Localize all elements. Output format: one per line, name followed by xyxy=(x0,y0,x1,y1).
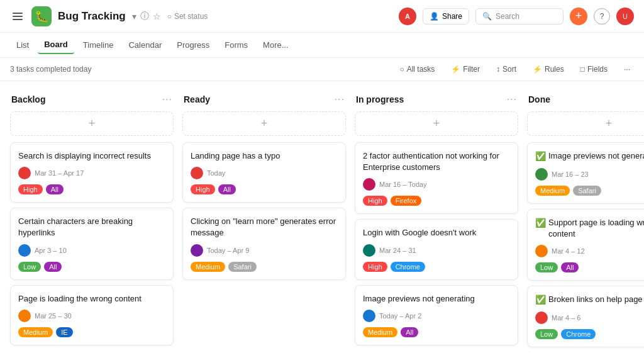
card-tags: LowAll xyxy=(18,262,165,272)
tag-low: Low xyxy=(18,262,41,272)
column-menu-button[interactable]: ··· xyxy=(335,94,345,105)
tag-all: All xyxy=(44,262,62,272)
user-avatar[interactable]: U xyxy=(616,8,634,25)
add-card-button[interactable]: + xyxy=(355,111,518,136)
column-menu-button[interactable]: ··· xyxy=(507,94,517,105)
sub-nav: List Board Timeline Calendar Progress Fo… xyxy=(0,33,644,58)
star-icon[interactable]: ☆ xyxy=(153,11,161,21)
column-done: Done ··· + ✅ Image previews not generati… xyxy=(527,91,644,341)
tag-medium: Medium xyxy=(191,262,225,272)
filter-icon: ⚡ xyxy=(451,65,460,74)
add-card-button[interactable]: + xyxy=(10,111,174,136)
card-title: Page is loading the wrong content xyxy=(18,293,165,305)
sort-icon: ↕ xyxy=(496,65,500,74)
card[interactable]: Certain characters are breaking hyperlin… xyxy=(10,208,174,279)
tag-all: All xyxy=(46,184,64,194)
column-title: In progress xyxy=(356,94,404,104)
card-avatar xyxy=(18,310,31,322)
share-button[interactable]: 👤 Share xyxy=(423,8,469,25)
card-avatar xyxy=(18,167,31,179)
sort-button[interactable]: ↕ Sort xyxy=(492,63,520,76)
tag-low: Low xyxy=(535,329,558,339)
card[interactable]: 2 factor authentication not working for … xyxy=(355,142,518,214)
chevron-down-icon[interactable]: ▾ xyxy=(132,11,136,21)
card-title: 2 factor authentication not working for … xyxy=(363,150,510,173)
card-title: ✅ Image previews not generating xyxy=(535,150,644,163)
card-title: Clicking on "learn more" generates error… xyxy=(191,216,338,238)
card[interactable]: ✅ Broken links on help page Mar 4 – 6 Lo… xyxy=(527,286,644,347)
rules-button[interactable]: ⚡ Rules xyxy=(529,63,568,76)
tag-all: All xyxy=(401,327,418,337)
card[interactable]: Landing page has a typo Today HighAll xyxy=(182,142,346,203)
info-icon[interactable]: ⓘ xyxy=(140,11,149,22)
board: Backlog ··· + Search is displaying incor… xyxy=(0,81,644,351)
card-title: ✅ Support page is loading wrong content xyxy=(535,217,644,240)
card[interactable]: Page is loading the wrong content Mar 25… xyxy=(10,285,174,345)
tab-progress[interactable]: Progress xyxy=(170,36,216,53)
card-avatar xyxy=(535,168,548,181)
add-button[interactable]: + xyxy=(570,8,587,25)
card-tags: HighChrome xyxy=(363,262,510,272)
column-title: Backlog xyxy=(11,94,45,104)
card-tags: MediumSafari xyxy=(191,262,338,272)
card[interactable]: Clicking on "learn more" generates error… xyxy=(182,208,346,279)
tab-timeline[interactable]: Timeline xyxy=(77,36,120,53)
fields-button[interactable]: □ Fields xyxy=(577,63,611,76)
card-date: Mar 16 – 23 xyxy=(535,168,644,181)
all-tasks-button[interactable]: ○ All tasks xyxy=(396,63,438,76)
search-bar[interactable]: 🔍 Search xyxy=(475,8,564,25)
card-avatar xyxy=(18,244,31,257)
column-in-progress: In progress ··· + 2 factor authenticatio… xyxy=(355,91,518,341)
tag-safari: Safari xyxy=(228,262,257,272)
filter-button[interactable]: ⚡ Filter xyxy=(447,63,484,76)
help-button[interactable]: ? xyxy=(594,8,610,25)
card-avatar xyxy=(363,178,375,191)
tag-ie: IE xyxy=(56,327,72,337)
card-tags: MediumIE xyxy=(18,327,165,337)
tag-chrome: Chrome xyxy=(561,329,596,339)
card-avatar xyxy=(363,244,375,257)
toolbar-right: ○ All tasks ⚡ Filter ↕ Sort ⚡ Rules □ Fi… xyxy=(396,63,634,76)
set-status-button[interactable]: ○ Set status xyxy=(167,12,208,21)
card-date: Apr 3 – 10 xyxy=(18,244,165,257)
tab-board[interactable]: Board xyxy=(38,36,74,54)
tab-more[interactable]: More... xyxy=(257,36,294,53)
card-tags: HighAll xyxy=(191,184,338,194)
check-icon: ✅ xyxy=(535,150,546,163)
tab-calendar[interactable]: Calendar xyxy=(122,36,168,53)
card-date: Today – Apr 2 xyxy=(363,310,510,322)
hamburger-menu[interactable] xyxy=(10,10,25,23)
tab-forms[interactable]: Forms xyxy=(218,36,254,53)
card[interactable]: ✅ Image previews not generating Mar 16 –… xyxy=(527,142,644,204)
card-tags: MediumAll xyxy=(363,327,510,337)
tag-all: All xyxy=(561,262,579,272)
check-icon: ✅ xyxy=(535,294,546,306)
more-options-button[interactable]: ··· xyxy=(620,63,634,76)
card[interactable]: Search is displaying incorrect results M… xyxy=(10,142,174,203)
card-tags: HighAll xyxy=(18,184,165,194)
rules-icon: ⚡ xyxy=(533,65,542,74)
tag-safari: Safari xyxy=(573,186,601,196)
card-avatar xyxy=(535,245,548,257)
fields-icon: □ xyxy=(580,65,585,74)
column-backlog: Backlog ··· + Search is displaying incor… xyxy=(10,91,174,341)
card-date: Mar 31 – Apr 17 xyxy=(18,167,165,179)
card-tags: LowChrome xyxy=(535,329,644,339)
add-card-button[interactable]: + xyxy=(182,111,346,136)
tag-high: High xyxy=(363,262,387,272)
column-menu-button[interactable]: ··· xyxy=(162,94,172,105)
tab-list[interactable]: List xyxy=(10,36,35,53)
card-tags: MediumSafari xyxy=(535,186,644,196)
card[interactable]: Login with Google doesn't work Mar 24 – … xyxy=(355,219,518,279)
card-title: Login with Google doesn't work xyxy=(363,227,510,238)
tag-chrome: Chrome xyxy=(391,262,425,272)
card[interactable]: Image previews not generating Today – Ap… xyxy=(355,285,518,345)
add-card-button[interactable]: + xyxy=(527,111,644,136)
card-avatar xyxy=(191,244,203,257)
card-date: Mar 4 – 6 xyxy=(535,311,644,324)
tag-high: High xyxy=(18,184,43,194)
check-icon: ✅ xyxy=(535,217,546,230)
title-icons: ▾ ⓘ ☆ xyxy=(132,11,161,22)
card[interactable]: ✅ Support page is loading wrong content … xyxy=(527,209,644,281)
tag-medium: Medium xyxy=(18,327,53,337)
